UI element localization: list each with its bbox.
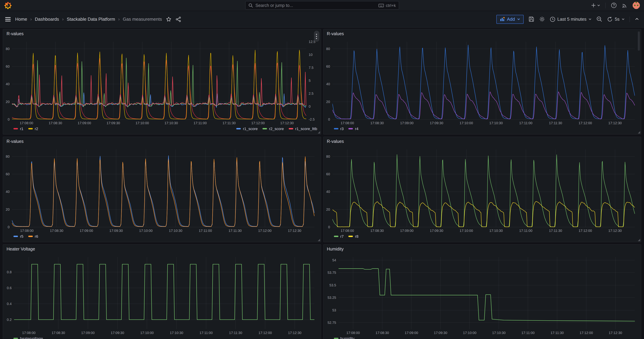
legend-item-r5[interactable]: r5 <box>14 234 24 238</box>
svg-text:40: 40 <box>326 82 330 86</box>
svg-text:17:09:00: 17:09:00 <box>78 121 91 125</box>
legend-item-r1_score[interactable]: r1_score <box>236 127 258 131</box>
svg-text:17:09:30: 17:09:30 <box>111 331 124 335</box>
chevron-down-icon <box>517 18 520 21</box>
chart-r-values-4[interactable]: 17:08:0017:08:3017:09:0017:09:3017:10:00… <box>325 147 639 234</box>
news-rss-button[interactable] <box>622 2 628 8</box>
user-avatar[interactable] <box>632 2 640 9</box>
panel-menu-button[interactable] <box>314 31 319 42</box>
panel-title: Heater Voltage <box>6 247 35 252</box>
svg-text:17:10:30: 17:10:30 <box>489 121 502 125</box>
legend-item-r4[interactable]: r4 <box>348 127 358 131</box>
panel-humidity: Humidity 17:08:0017:08:3017:09:0017:09:3… <box>323 244 641 339</box>
breadcrumb-home[interactable]: Home <box>15 16 27 22</box>
zoom-out-button[interactable] <box>596 16 602 22</box>
legend-swatch <box>28 236 33 237</box>
svg-text:0: 0 <box>8 118 10 121</box>
svg-text:17:12:30: 17:12:30 <box>608 229 622 232</box>
legend-item-r8[interactable]: r8 <box>348 234 358 238</box>
svg-text:53.25: 53.25 <box>327 296 336 300</box>
panel-header[interactable]: R-values <box>3 137 320 146</box>
search-input[interactable]: Search or jump to... ctrl+k <box>245 1 399 10</box>
legend-swatch <box>348 236 353 237</box>
grafana-app: Search or jump to... ctrl+k <box>0 0 644 339</box>
panel-heater-voltage: Heater Voltage 17:08:0017:08:3017:09:001… <box>3 244 321 339</box>
panel-header[interactable]: R-values <box>324 29 641 38</box>
legend-right-group: r1_scorer2_scorer1_score_lttb <box>236 127 317 131</box>
svg-text:17:09:30: 17:09:30 <box>106 121 120 125</box>
chart-heater-voltage[interactable]: 17:08:0017:08:3017:09:0017:09:3017:10:00… <box>4 254 318 336</box>
legend-item-heatervoltage[interactable]: heatervoltage <box>14 336 43 339</box>
legend-item-r3[interactable]: r3 <box>334 127 344 131</box>
gear-icon <box>539 16 545 22</box>
legend-item-r7[interactable]: r7 <box>334 234 344 238</box>
add-panel-icon <box>500 16 505 22</box>
panel-scrollbar-thumb[interactable] <box>638 32 640 51</box>
panel-header[interactable]: Heater Voltage <box>3 245 320 254</box>
svg-text:0.6: 0.6 <box>7 286 12 290</box>
breadcrumb-dashboards[interactable]: Dashboards <box>35 16 59 22</box>
panel-resize-handle[interactable] <box>638 239 640 241</box>
panel-resize-handle[interactable] <box>638 131 640 134</box>
svg-text:80: 80 <box>6 47 10 51</box>
panel-resize-handle[interactable] <box>318 131 320 134</box>
svg-text:17:11:00: 17:11:00 <box>199 229 212 232</box>
legend-item-r2_score[interactable]: r2_score <box>262 127 284 131</box>
svg-text:17:08:00: 17:08:00 <box>346 331 360 335</box>
svg-text:17:12:00: 17:12:00 <box>251 121 265 125</box>
shortcut-hint: ctrl+k <box>378 3 396 8</box>
legend-label: r2 <box>35 127 38 131</box>
chart-r-values-1[interactable]: 17:08:0017:08:3017:09:0017:09:3017:10:00… <box>4 39 318 126</box>
legend-label: r6 <box>35 234 38 238</box>
svg-text:17:11:00: 17:11:00 <box>194 121 206 125</box>
svg-text:20: 20 <box>6 208 10 211</box>
legend-item-r1_score_lttb[interactable]: r1_score_lttb <box>289 127 317 131</box>
svg-text:17:10:30: 17:10:30 <box>489 229 502 232</box>
panel-header[interactable]: Humidity <box>324 245 641 254</box>
legend-item-r1[interactable]: r1 <box>14 127 24 131</box>
panel-header[interactable]: R-values <box>3 29 320 38</box>
svg-text:17:08:00: 17:08:00 <box>340 229 354 232</box>
panel-title: R-values <box>327 32 344 36</box>
legend-swatch <box>334 128 338 130</box>
time-range-picker[interactable]: Last 5 minutes <box>550 16 592 22</box>
breadcrumb-folder[interactable]: Stackable Data Platform <box>67 16 115 22</box>
share-button[interactable] <box>176 16 181 22</box>
svg-text:17:11:30: 17:11:30 <box>549 229 562 232</box>
dashboard-settings-button[interactable] <box>539 16 545 22</box>
add-panel-button[interactable]: Add <box>496 15 524 24</box>
legend-item-r2[interactable]: r2 <box>28 127 38 131</box>
svg-text:17:08:30: 17:08:30 <box>370 121 384 125</box>
chart-humidity[interactable]: 17:08:0017:08:3017:09:0017:09:3017:10:00… <box>325 254 639 336</box>
legend-item-r6[interactable]: r6 <box>28 234 38 238</box>
svg-text:60: 60 <box>326 172 330 176</box>
chart-r-values-3[interactable]: 17:08:0017:08:3017:09:0017:09:3017:10:00… <box>4 147 318 234</box>
favorite-star-button[interactable] <box>166 16 172 22</box>
help-button[interactable] <box>611 2 617 8</box>
mega-menu-button[interactable] <box>5 16 11 22</box>
refresh-button[interactable]: 5s <box>607 16 625 22</box>
panel-r-values-3: R-values 17:08:0017:08:3017:09:0017:09:3… <box>3 137 321 242</box>
legend-item-humidity[interactable]: humidity <box>334 336 354 339</box>
panel-resize-handle[interactable] <box>318 239 320 241</box>
svg-text:17:10:30: 17:10:30 <box>169 229 182 232</box>
panel-r-values-2: R-values 17:08:0017:08:3017:09:0017:09:3… <box>323 29 641 134</box>
panel-legend: r5r6 <box>3 234 320 242</box>
legend-swatch <box>14 236 18 237</box>
legend-swatch <box>289 128 293 130</box>
panel-header[interactable]: R-values <box>324 137 641 146</box>
legend-label: r8 <box>355 234 358 238</box>
svg-text:17:10:00: 17:10:00 <box>139 229 153 232</box>
chart-r-values-2[interactable]: 17:08:0017:08:3017:09:0017:09:3017:10:00… <box>325 39 639 126</box>
legend-label: r3 <box>340 127 344 131</box>
svg-text:40: 40 <box>6 190 10 194</box>
panel-r-values-4: R-values 17:08:0017:08:3017:09:0017:09:3… <box>323 137 641 242</box>
svg-text:53.5: 53.5 <box>329 283 336 287</box>
save-dashboard-button[interactable] <box>528 16 534 22</box>
new-menu-button[interactable] <box>591 3 600 8</box>
grafana-logo-icon[interactable] <box>4 2 12 9</box>
legend-label: r1_score_lttb <box>295 127 317 131</box>
collapse-toolbar-button[interactable] <box>635 17 639 22</box>
panel-title: R-values <box>327 139 344 144</box>
svg-text:53: 53 <box>332 308 336 312</box>
